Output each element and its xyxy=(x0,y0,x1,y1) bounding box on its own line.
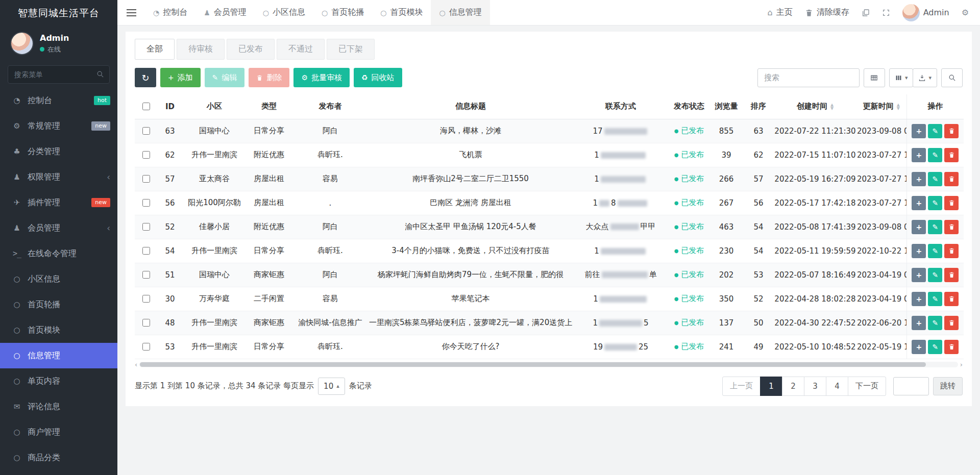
recycle-bin-button[interactable]: ♻ 回收站 xyxy=(354,68,402,87)
sidebar-item[interactable]: >_在线命令管理 xyxy=(0,241,117,266)
topnav-item[interactable]: ○首页轮播 xyxy=(313,0,372,25)
scrollbar-track[interactable] xyxy=(139,362,958,367)
tab-item[interactable]: 全部 xyxy=(135,39,175,60)
edit-row-button[interactable]: ✎ xyxy=(928,292,942,306)
search-submit-button[interactable] xyxy=(941,68,963,87)
sidebar-item[interactable]: ♣分类管理 xyxy=(0,139,117,164)
delete-row-button[interactable] xyxy=(944,148,959,162)
page-number[interactable]: 3 xyxy=(804,377,826,396)
row-checkbox[interactable] xyxy=(142,247,150,255)
sidebar-item[interactable]: ○信息管理 xyxy=(0,343,117,368)
expand-row-button[interactable]: + xyxy=(912,292,926,306)
refresh-button[interactable]: ↻ xyxy=(135,68,156,87)
sidebar-item[interactable]: ✈插件管理new xyxy=(0,190,117,215)
row-checkbox[interactable] xyxy=(142,343,150,351)
tab-item[interactable]: 待审核 xyxy=(177,39,225,60)
pages-button[interactable] xyxy=(855,0,876,25)
delete-row-button[interactable] xyxy=(944,268,959,282)
row-checkbox[interactable] xyxy=(142,151,150,159)
edit-row-button[interactable]: ✎ xyxy=(928,244,942,258)
page-size-select[interactable]: 10 ▴ xyxy=(318,378,345,395)
tab-item[interactable]: 已发布 xyxy=(227,39,275,60)
sidebar-item[interactable]: ◔控制台hot xyxy=(0,88,117,113)
row-checkbox[interactable] xyxy=(142,319,150,327)
toggle-view-button[interactable] xyxy=(864,68,885,87)
topnav-item[interactable]: ◔控制台 xyxy=(145,0,195,25)
sidebar-item[interactable]: ♟权限管理‹ xyxy=(0,164,117,190)
settings-gear-button[interactable]: ⚙ xyxy=(955,0,975,25)
sidebar-item[interactable]: ○单页内容 xyxy=(0,368,117,394)
expand-row-button[interactable]: + xyxy=(912,196,926,210)
sidebar-avatar[interactable] xyxy=(10,32,34,55)
user-menu[interactable]: Admin xyxy=(896,0,955,25)
sidebar-item[interactable]: ○商品分类 xyxy=(0,445,117,470)
edit-row-button[interactable]: ✎ xyxy=(928,340,942,354)
fullscreen-button[interactable] xyxy=(876,0,896,25)
delete-row-button[interactable] xyxy=(944,340,959,354)
page-prev[interactable]: 上一页 xyxy=(722,377,761,396)
row-checkbox[interactable] xyxy=(142,223,150,231)
page-jump-input[interactable] xyxy=(893,377,929,395)
edit-button[interactable]: ✎ 编辑 xyxy=(205,68,245,87)
delete-row-button[interactable] xyxy=(944,244,959,258)
delete-row-button[interactable] xyxy=(944,316,959,330)
export-button[interactable]: ▾ xyxy=(913,68,937,87)
expand-row-button[interactable]: + xyxy=(912,148,926,162)
tab-item[interactable]: 不通过 xyxy=(277,39,325,60)
row-checkbox[interactable] xyxy=(142,295,150,303)
expand-row-button[interactable]: + xyxy=(912,340,926,354)
row-checkbox[interactable] xyxy=(142,175,150,183)
expand-row-button[interactable]: + xyxy=(912,220,926,234)
delete-row-button[interactable] xyxy=(944,196,959,210)
column-header-created[interactable]: 创建时间▲▼ xyxy=(774,94,856,119)
select-all-checkbox[interactable] xyxy=(142,103,150,110)
expand-row-button[interactable]: + xyxy=(912,124,926,138)
sidebar-item[interactable]: ○首页模块 xyxy=(0,317,117,343)
page-jump-button[interactable]: 跳转 xyxy=(933,377,963,395)
sidebar-item[interactable]: ♟会员管理‹ xyxy=(0,215,117,241)
delete-row-button[interactable] xyxy=(944,124,959,138)
add-button[interactable]: + 添加 xyxy=(160,68,201,87)
clear-cache-link[interactable]: 清除缓存 xyxy=(799,0,855,25)
expand-row-button[interactable]: + xyxy=(912,316,926,330)
scroll-right-arrow-icon[interactable]: › xyxy=(960,361,963,368)
menu-toggle-button[interactable] xyxy=(117,0,145,25)
columns-button[interactable]: ▾ xyxy=(889,68,914,87)
page-number[interactable]: 2 xyxy=(782,377,804,396)
page-number[interactable]: 1 xyxy=(760,377,782,396)
delete-button[interactable]: 删除 xyxy=(249,68,289,87)
sidebar-item[interactable]: ✉评论信息 xyxy=(0,394,117,419)
sidebar-item[interactable]: ⚙常规管理new xyxy=(0,113,117,139)
sidebar-item[interactable]: ○小区信息 xyxy=(0,266,117,292)
edit-row-button[interactable]: ✎ xyxy=(928,268,942,282)
delete-row-button[interactable] xyxy=(944,220,959,234)
edit-row-button[interactable]: ✎ xyxy=(928,196,942,210)
topnav-item[interactable]: ♟会员管理 xyxy=(195,0,255,25)
delete-row-button[interactable] xyxy=(944,172,959,186)
table-search-input[interactable] xyxy=(757,68,860,87)
column-header-updated[interactable]: 更新时间▲▼ xyxy=(856,94,906,119)
edit-row-button[interactable]: ✎ xyxy=(928,124,942,138)
edit-row-button[interactable]: ✎ xyxy=(928,220,942,234)
row-checkbox[interactable] xyxy=(142,127,150,135)
home-link[interactable]: ⌂ 主页 xyxy=(762,0,799,25)
edit-row-button[interactable]: ✎ xyxy=(928,148,942,162)
scrollbar-thumb[interactable] xyxy=(140,362,925,367)
row-checkbox[interactable] xyxy=(142,199,150,207)
page-number[interactable]: 4 xyxy=(826,377,848,396)
expand-row-button[interactable]: + xyxy=(912,244,926,258)
sidebar-item[interactable]: ○首页轮播 xyxy=(0,292,117,317)
row-checkbox[interactable] xyxy=(142,271,150,279)
delete-row-button[interactable] xyxy=(944,292,959,306)
batch-audit-button[interactable]: ⚙ 批量审核 xyxy=(293,68,350,87)
topnav-item[interactable]: ○信息管理 xyxy=(431,0,489,25)
page-next[interactable]: 下一页 xyxy=(848,377,886,396)
edit-row-button[interactable]: ✎ xyxy=(928,172,942,186)
topnav-item[interactable]: ○首页模块 xyxy=(372,0,431,25)
expand-row-button[interactable]: + xyxy=(912,268,926,282)
sidebar-item[interactable]: ○商户管理 xyxy=(0,419,117,445)
tab-item[interactable]: 已下架 xyxy=(327,39,375,60)
sidebar-search-input[interactable] xyxy=(8,65,110,84)
topnav-item[interactable]: ○小区信息 xyxy=(255,0,313,25)
expand-row-button[interactable]: + xyxy=(912,172,926,186)
